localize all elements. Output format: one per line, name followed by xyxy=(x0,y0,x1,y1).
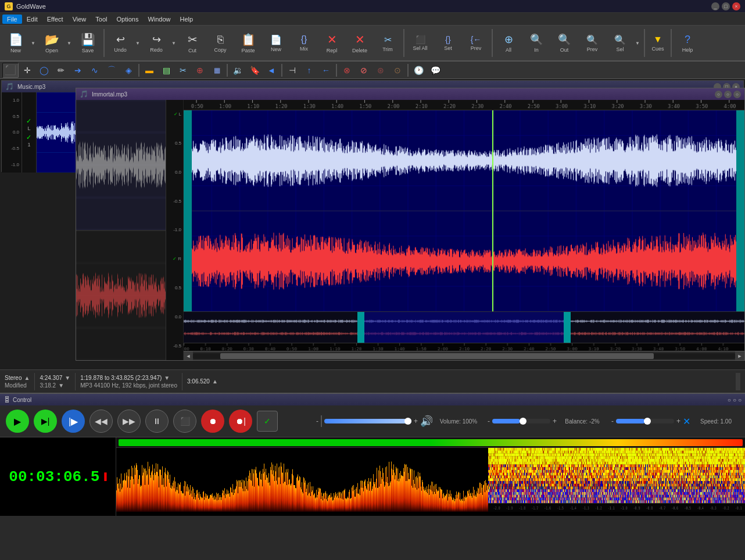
zoom-sel-button[interactable]: 🔍 Sel xyxy=(607,27,633,59)
menu-view[interactable]: View xyxy=(68,15,91,24)
lim-btn[interactable]: ⊗ xyxy=(339,63,355,78)
vol-plus-icon[interactable]: + xyxy=(414,417,418,425)
scroll-right-arrow[interactable]: ► xyxy=(735,351,744,361)
open-dropdown[interactable]: ▼ xyxy=(65,27,73,59)
record-selection-button[interactable]: ⏺| xyxy=(229,410,252,433)
selection-end-bracket[interactable] xyxy=(736,110,744,311)
play-button[interactable]: ▶ xyxy=(6,410,29,433)
chat-btn[interactable]: 💬 xyxy=(427,63,443,78)
fast-forward-button[interactable]: ▶▶ xyxy=(117,410,141,433)
vol-down-btn[interactable]: 🔉 xyxy=(230,63,246,78)
zoom-circle-btn[interactable]: ◯ xyxy=(36,63,52,78)
crosshair-btn[interactable]: ⊕ xyxy=(192,63,208,78)
lim3-btn[interactable]: ⊛ xyxy=(372,63,389,78)
redo-button[interactable]: ↪ Redo xyxy=(143,27,170,59)
balance-slider[interactable] xyxy=(492,419,550,423)
lim2-btn[interactable]: ⊘ xyxy=(356,63,372,78)
volume-slider[interactable] xyxy=(324,419,411,423)
speed-slider[interactable] xyxy=(616,419,674,423)
immortal-win-close[interactable]: ○ xyxy=(733,91,741,98)
stop-button[interactable]: ⬛ xyxy=(173,410,196,433)
control-win-min[interactable]: ○ xyxy=(728,397,731,403)
arrow-btn[interactable]: ➔ xyxy=(70,63,86,78)
vol-left-btn[interactable]: ◄ xyxy=(263,63,280,78)
cut-button[interactable]: ✂ Cut xyxy=(179,27,206,59)
new-button[interactable]: 📄 New xyxy=(2,27,29,59)
undo-dropdown[interactable]: ▼ xyxy=(134,27,142,59)
spectrum2-btn[interactable]: ▦ xyxy=(209,63,225,78)
scrollbar-thumb[interactable] xyxy=(220,353,654,359)
move-btn[interactable]: ✛ xyxy=(19,63,35,78)
control-win-max[interactable]: ○ xyxy=(733,397,736,403)
position-dropdown[interactable]: ▲ xyxy=(212,378,218,385)
speed-reset-icon[interactable]: ✕ xyxy=(683,416,690,427)
cursor-btn[interactable]: ↑ xyxy=(301,63,317,78)
menu-file[interactable]: File xyxy=(2,15,22,24)
immortal-win-max[interactable]: ○ xyxy=(724,91,732,98)
curve-btn[interactable]: ⌒ xyxy=(103,63,120,78)
confirm-button[interactable]: ✓ xyxy=(257,411,278,432)
zoom-in-button[interactable]: 🔍 In xyxy=(523,27,550,59)
immortal-win-min[interactable]: ○ xyxy=(715,91,722,98)
minimize-btn[interactable]: _ xyxy=(711,2,719,10)
stop-btn[interactable]: ⬛ xyxy=(2,63,19,78)
zoom-dropdown[interactable]: ▼ xyxy=(58,382,64,389)
duration-dropdown[interactable]: ▼ xyxy=(65,375,70,381)
speed-minus-icon[interactable]: - xyxy=(611,417,614,425)
scroll-left-arrow[interactable]: ◄ xyxy=(184,351,193,361)
bookmark-btn[interactable]: 🔖 xyxy=(246,63,263,78)
delete-button[interactable]: ✕ Delete xyxy=(346,27,373,59)
spectrum-btn[interactable]: ▤ xyxy=(158,63,174,78)
selection-start-bracket[interactable] xyxy=(184,110,192,311)
resize-handle[interactable] xyxy=(736,373,740,390)
play-selection-button[interactable]: ▶| xyxy=(34,410,57,433)
maximize-btn[interactable]: □ xyxy=(722,2,730,10)
cues-button[interactable]: ▼ Cues xyxy=(647,27,668,59)
mix-button[interactable]: {} Mix xyxy=(291,27,317,59)
wave-btn[interactable]: ∿ xyxy=(87,63,103,78)
record-button[interactable]: ⏺ xyxy=(201,410,224,433)
menu-help[interactable]: Help xyxy=(175,15,198,24)
menu-edit[interactable]: Edit xyxy=(22,15,42,24)
bal-plus-icon[interactable]: + xyxy=(553,417,557,425)
control-win-close[interactable]: ○ xyxy=(738,397,742,403)
pause-button[interactable]: ⏸ xyxy=(145,410,169,433)
menu-options[interactable]: Options xyxy=(112,15,143,24)
undo-button[interactable]: ↩ Undo xyxy=(107,27,134,59)
balance-thumb[interactable] xyxy=(520,418,526,425)
play-from-start-button[interactable]: |▶ xyxy=(62,410,85,433)
repl-button[interactable]: ✕ Repl xyxy=(318,27,345,59)
open-button[interactable]: 📂 Open xyxy=(38,27,65,59)
close-btn[interactable]: × xyxy=(732,2,740,10)
menu-window[interactable]: Window xyxy=(143,15,175,24)
new2-button[interactable]: 📄 New xyxy=(263,27,289,59)
selall-button[interactable]: ⬛ Sel All xyxy=(407,27,434,59)
speed-thumb[interactable] xyxy=(644,418,651,425)
bal-minus-icon[interactable]: - xyxy=(488,417,490,425)
menu-effect[interactable]: Effect xyxy=(42,15,68,24)
lim4-btn[interactable]: ⊙ xyxy=(389,63,406,78)
zoom-out-button[interactable]: 🔍 Out xyxy=(551,27,578,59)
speed-plus-icon[interactable]: + xyxy=(676,417,680,425)
save-button[interactable]: 💾 Save xyxy=(74,27,101,59)
scissors-btn[interactable]: ✂ xyxy=(175,63,191,78)
redo-dropdown[interactable]: ▼ xyxy=(170,27,178,59)
prev-button[interactable]: {← Prev xyxy=(463,27,489,59)
set-button[interactable]: {} Set xyxy=(435,27,461,59)
paste-button[interactable]: 📋 Paste xyxy=(235,27,262,59)
zoom-all-button[interactable]: ⊕ All xyxy=(495,27,522,59)
channels-dropdown[interactable]: ▲ xyxy=(24,375,30,381)
clock-btn[interactable]: 🕐 xyxy=(410,63,427,78)
zoom-sel-dropdown[interactable]: ▼ xyxy=(633,27,642,59)
vol-minus-icon[interactable]: - xyxy=(316,417,318,425)
menu-tool[interactable]: Tool xyxy=(91,15,112,24)
help-button[interactable]: ? Help xyxy=(674,27,701,59)
new-dropdown[interactable]: ▼ xyxy=(29,27,37,59)
color-btn[interactable]: ▬ xyxy=(141,63,157,78)
selection-dropdown[interactable]: ▼ xyxy=(164,375,170,381)
h-scrollbar[interactable]: ◄ ► xyxy=(184,351,744,360)
volume-thumb[interactable] xyxy=(404,418,411,425)
marker-btn[interactable]: ⊣ xyxy=(284,63,300,78)
arrow-left-btn[interactable]: ← xyxy=(318,63,334,78)
diamond-btn[interactable]: ◈ xyxy=(120,63,137,78)
